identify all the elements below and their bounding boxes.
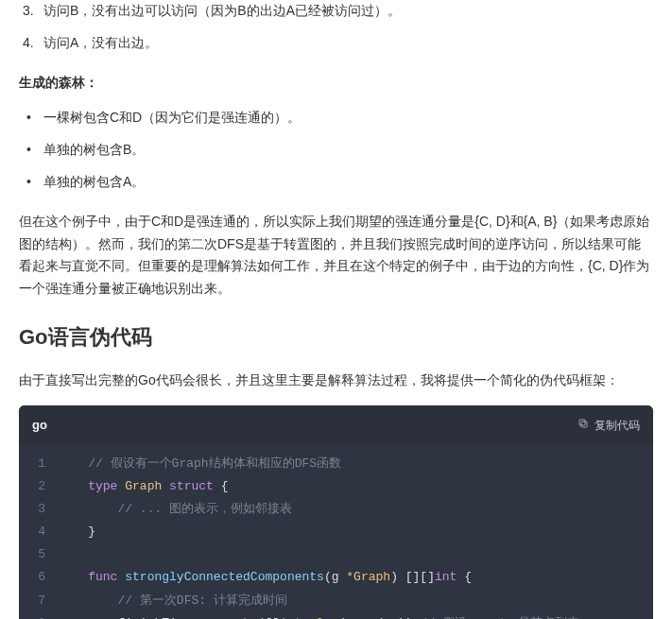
list-item: 4.访问A，没有出边。: [43, 32, 653, 55]
code-line: finishTimes := make([]int, len(g.nodes))…: [59, 612, 640, 619]
list-number: 3.: [23, 0, 34, 23]
svg-rect-1: [579, 420, 585, 425]
line-number: 4: [30, 521, 45, 543]
line-number: 6: [30, 566, 45, 589]
code-line: func stronglyConnectedComponents(g *Grap…: [59, 566, 640, 589]
line-number: 1: [30, 453, 45, 475]
code-gutter: 1234567891011: [19, 453, 59, 619]
forest-heading: 生成的森林：: [19, 72, 653, 95]
code-line: [59, 543, 640, 566]
step-list: 3.访问B，没有出边可以访问（因为B的出边A已经被访问过）。4.访问A，没有出边…: [19, 0, 653, 55]
code-line: // 假设有一个Graph结构体和相应的DFS函数: [59, 453, 640, 475]
section-heading: Go语言伪代码: [19, 319, 653, 354]
clipboard-icon: [577, 416, 589, 435]
list-text: 访问B，没有出边可以访问（因为B的出边A已经被访问过）。: [43, 3, 401, 18]
list-item: 单独的树包含A。: [43, 171, 653, 194]
code-header: go 复制代码: [19, 405, 653, 445]
code-line: // 第一次DFS: 计算完成时间: [59, 590, 640, 612]
code-line: type Graph struct {: [59, 475, 640, 498]
section-intro: 由于直接写出完整的Go代码会很长，并且这里主要是解释算法过程，我将提供一个简化的…: [19, 370, 653, 392]
line-number: 2: [30, 475, 45, 498]
line-number: 3: [30, 498, 45, 521]
line-number: 7: [30, 590, 45, 612]
forest-list: 一棵树包含C和D（因为它们是强连通的）。单独的树包含B。单独的树包含A。: [19, 107, 653, 193]
line-number: 5: [30, 543, 45, 566]
code-body: 1234567891011 // 假设有一个Graph结构体和相应的DFS函数 …: [19, 445, 653, 619]
code-line: // ... 图的表示，例如邻接表: [59, 498, 640, 521]
copy-code-label: 复制代码: [594, 416, 640, 435]
code-lines: // 假设有一个Graph结构体和相应的DFS函数 type Graph str…: [59, 453, 653, 619]
list-item: 单独的树包含B。: [43, 139, 653, 162]
list-text: 访问A，没有出边。: [43, 35, 158, 50]
code-language-label: go: [32, 415, 47, 436]
list-number: 4.: [23, 32, 34, 55]
explanation-paragraph: 但在这个例子中，由于C和D是强连通的，所以实际上我们期望的强连通分量是{C, D…: [19, 211, 653, 301]
svg-rect-0: [581, 421, 587, 427]
code-line: }: [59, 521, 640, 543]
copy-code-button[interactable]: 复制代码: [577, 416, 640, 435]
list-item: 3.访问B，没有出边可以访问（因为B的出边A已经被访问过）。: [43, 0, 653, 23]
code-block: go 复制代码 1234567891011 // 假设有一个Graph结构体和相…: [19, 405, 653, 619]
list-item: 一棵树包含C和D（因为它们是强连通的）。: [43, 107, 653, 129]
line-number: 8: [30, 612, 45, 619]
